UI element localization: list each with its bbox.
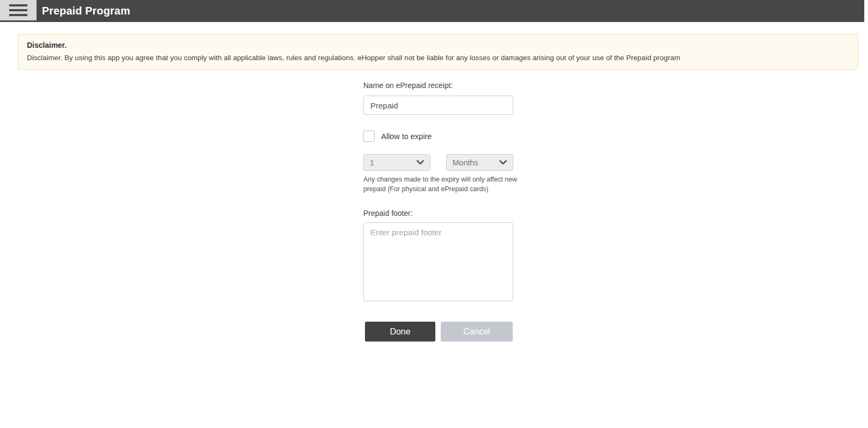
disclaimer-text: Disclaimer. By using this app you agree …: [27, 53, 849, 63]
disclaimer-box: Disclaimer. Disclaimer. By using this ap…: [18, 34, 858, 70]
allow-to-expire-label: Allow to expire: [381, 132, 432, 141]
hamburger-menu-button[interactable]: [0, 0, 37, 20]
page-title: Prepaid Program: [42, 0, 130, 22]
allow-to-expire-checkbox[interactable]: [363, 130, 375, 142]
cancel-button[interactable]: Cancel: [441, 322, 513, 342]
prepaid-footer-textarea[interactable]: [363, 222, 513, 301]
expiry-note: Any changes made to the expiry will only…: [363, 175, 535, 194]
form-actions: Done Cancel: [363, 322, 513, 342]
scrollbar-track[interactable]: [864, 0, 868, 428]
chevron-down-icon: [499, 160, 507, 165]
name-on-receipt-input[interactable]: [363, 96, 513, 115]
allow-to-expire-row: Allow to expire: [363, 130, 513, 142]
top-bar: Prepaid Program: [0, 0, 868, 22]
disclaimer-title: Disclaimer.: [27, 40, 849, 50]
expiry-duration-value: 1: [370, 158, 417, 167]
expiry-duration-select[interactable]: 1: [363, 154, 431, 171]
prepaid-settings-form: Name on ePrepaid receipt: Allow to expir…: [363, 81, 513, 342]
expiry-unit-select[interactable]: Months: [446, 154, 513, 171]
prepaid-footer-label: Prepaid footer:: [363, 209, 513, 217]
expiry-unit-value: Months: [453, 158, 499, 167]
name-on-receipt-label: Name on ePrepaid receipt:: [363, 81, 513, 90]
expiry-selects-row: 1 Months: [363, 154, 513, 171]
done-button[interactable]: Done: [365, 322, 435, 342]
chevron-down-icon: [417, 160, 424, 165]
